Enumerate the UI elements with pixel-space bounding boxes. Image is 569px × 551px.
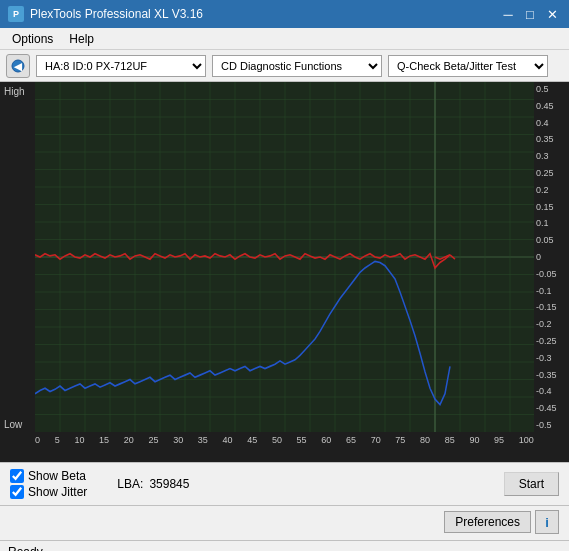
x-40: 40 xyxy=(223,435,233,445)
test-select[interactable]: Q-Check Beta/Jitter Test xyxy=(388,55,548,77)
show-beta-label: Show Beta xyxy=(28,469,86,483)
x-95: 95 xyxy=(494,435,504,445)
status-bar: Ready xyxy=(0,540,569,551)
y-right-0.4: 0.4 xyxy=(534,118,569,128)
menu-options[interactable]: Options xyxy=(4,30,61,48)
status-text: Ready xyxy=(8,545,43,552)
close-button[interactable]: ✕ xyxy=(543,5,561,23)
toolbar: ◀ HA:8 ID:0 PX-712UF CD Diagnostic Funct… xyxy=(0,50,569,82)
show-beta-checkbox[interactable] xyxy=(10,469,24,483)
y-right-neg01: -0.1 xyxy=(534,286,569,296)
x-25: 25 xyxy=(148,435,158,445)
minimize-button[interactable]: ─ xyxy=(499,5,517,23)
menu-bar: Options Help xyxy=(0,28,569,50)
y-right-0.1: 0.1 xyxy=(534,218,569,228)
x-55: 55 xyxy=(297,435,307,445)
y-right-neg005: -0.05 xyxy=(534,269,569,279)
y-right-0.5: 0.5 xyxy=(534,84,569,94)
drive-select[interactable]: HA:8 ID:0 PX-712UF xyxy=(36,55,206,77)
restore-button[interactable]: □ xyxy=(521,5,539,23)
bottom-controls: Show Beta Show Jitter LBA: 359845 Start xyxy=(0,462,569,505)
y-right-neg045: -0.45 xyxy=(534,403,569,413)
y-axis-right: 0.5 0.45 0.4 0.35 0.3 0.25 0.2 0.15 0.1 … xyxy=(534,82,569,432)
app-icon: P xyxy=(8,6,24,22)
chart-svg xyxy=(35,82,534,432)
lba-section: LBA: 359845 xyxy=(117,477,189,491)
info-icon: i xyxy=(545,515,549,530)
show-jitter-checkbox[interactable] xyxy=(10,485,24,499)
lba-label: LBA: xyxy=(117,477,143,491)
x-45: 45 xyxy=(247,435,257,445)
y-right-0.3: 0.3 xyxy=(534,151,569,161)
chart-plot xyxy=(35,82,534,432)
x-15: 15 xyxy=(99,435,109,445)
info-button[interactable]: i xyxy=(535,510,559,534)
x-75: 75 xyxy=(395,435,405,445)
x-5: 5 xyxy=(55,435,60,445)
checkboxes: Show Beta Show Jitter xyxy=(10,469,87,499)
svg-text:◀: ◀ xyxy=(13,61,23,72)
y-right-0.45: 0.45 xyxy=(534,101,569,111)
show-beta-row[interactable]: Show Beta xyxy=(10,469,87,483)
show-jitter-row[interactable]: Show Jitter xyxy=(10,485,87,499)
y-right-0.05: 0.05 xyxy=(534,235,569,245)
start-button[interactable]: Start xyxy=(504,472,559,496)
y-right-neg025: -0.25 xyxy=(534,336,569,346)
show-jitter-label: Show Jitter xyxy=(28,485,87,499)
y-right-neg035: -0.35 xyxy=(534,370,569,380)
x-30: 30 xyxy=(173,435,183,445)
y-right-0: 0 xyxy=(534,252,569,262)
x-10: 10 xyxy=(74,435,84,445)
x-85: 85 xyxy=(445,435,455,445)
right-controls: Start xyxy=(504,472,559,496)
x-80: 80 xyxy=(420,435,430,445)
preferences-row: Preferences i xyxy=(0,505,569,540)
y-right-neg04: -0.4 xyxy=(534,386,569,396)
y-axis-left xyxy=(0,82,35,432)
y-right-neg05: -0.5 xyxy=(534,420,569,430)
menu-help[interactable]: Help xyxy=(61,30,102,48)
x-100: 100 xyxy=(519,435,534,445)
preferences-button[interactable]: Preferences xyxy=(444,511,531,533)
back-button[interactable]: ◀ xyxy=(6,54,30,78)
y-right-neg03: -0.3 xyxy=(534,353,569,363)
y-right-0.15: 0.15 xyxy=(534,202,569,212)
x-65: 65 xyxy=(346,435,356,445)
y-right-0.35: 0.35 xyxy=(534,134,569,144)
x-0: 0 xyxy=(35,435,40,445)
x-70: 70 xyxy=(371,435,381,445)
y-right-0.2: 0.2 xyxy=(534,185,569,195)
y-right-neg015: -0.15 xyxy=(534,302,569,312)
x-60: 60 xyxy=(321,435,331,445)
y-right-neg02: -0.2 xyxy=(534,319,569,329)
x-90: 90 xyxy=(469,435,479,445)
x-20: 20 xyxy=(124,435,134,445)
x-35: 35 xyxy=(198,435,208,445)
y-right-0.25: 0.25 xyxy=(534,168,569,178)
chart-area: High Low xyxy=(0,82,569,462)
function-select[interactable]: CD Diagnostic Functions xyxy=(212,55,382,77)
x-axis: 0 5 10 15 20 25 30 35 40 45 50 55 60 65 … xyxy=(35,432,534,462)
title-bar: P PlexTools Professional XL V3.16 ─ □ ✕ xyxy=(0,0,569,28)
x-50: 50 xyxy=(272,435,282,445)
window-title: PlexTools Professional XL V3.16 xyxy=(30,7,203,21)
lba-value: 359845 xyxy=(149,477,189,491)
